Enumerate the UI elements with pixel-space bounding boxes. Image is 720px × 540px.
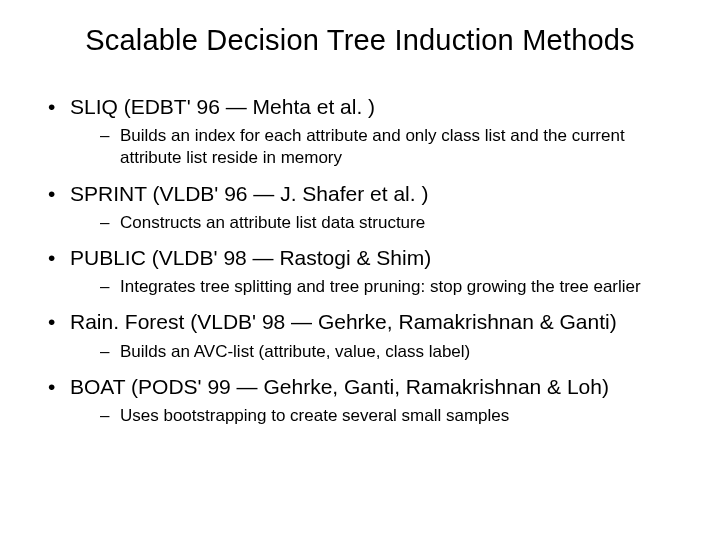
list-item: PUBLIC (VLDB' 98 — Rastogi & Shim) Integ… bbox=[48, 244, 690, 298]
sub-list-item: Builds an AVC-list (attribute, value, cl… bbox=[100, 341, 690, 363]
sub-list-item: Integrates tree splitting and tree pruni… bbox=[100, 276, 690, 298]
list-item-label: Rain. Forest (VLDB' 98 — Gehrke, Ramakri… bbox=[70, 310, 617, 333]
slide: Scalable Decision Tree Induction Methods… bbox=[0, 0, 720, 540]
slide-title: Scalable Decision Tree Induction Methods bbox=[30, 24, 690, 57]
list-item: SLIQ (EDBT' 96 — Mehta et al. ) Builds a… bbox=[48, 93, 690, 170]
sub-list: Builds an AVC-list (attribute, value, cl… bbox=[70, 341, 690, 363]
sub-list: Builds an index for each attribute and o… bbox=[70, 125, 690, 169]
sub-list-item: Builds an index for each attribute and o… bbox=[100, 125, 690, 169]
sub-list: Constructs an attribute list data struct… bbox=[70, 212, 690, 234]
list-item-label: SPRINT (VLDB' 96 — J. Shafer et al. ) bbox=[70, 182, 428, 205]
sub-list: Uses bootstrapping to create several sma… bbox=[70, 405, 690, 427]
sub-list-item: Uses bootstrapping to create several sma… bbox=[100, 405, 690, 427]
list-item: SPRINT (VLDB' 96 — J. Shafer et al. ) Co… bbox=[48, 180, 690, 234]
sub-list-item: Constructs an attribute list data struct… bbox=[100, 212, 690, 234]
list-item-label: BOAT (PODS' 99 — Gehrke, Ganti, Ramakris… bbox=[70, 375, 609, 398]
list-item-label: SLIQ (EDBT' 96 — Mehta et al. ) bbox=[70, 95, 375, 118]
list-item: Rain. Forest (VLDB' 98 — Gehrke, Ramakri… bbox=[48, 308, 690, 362]
list-item: BOAT (PODS' 99 — Gehrke, Ganti, Ramakris… bbox=[48, 373, 690, 427]
sub-list: Integrates tree splitting and tree pruni… bbox=[70, 276, 690, 298]
bullet-list: SLIQ (EDBT' 96 — Mehta et al. ) Builds a… bbox=[30, 93, 690, 427]
list-item-label: PUBLIC (VLDB' 98 — Rastogi & Shim) bbox=[70, 246, 431, 269]
